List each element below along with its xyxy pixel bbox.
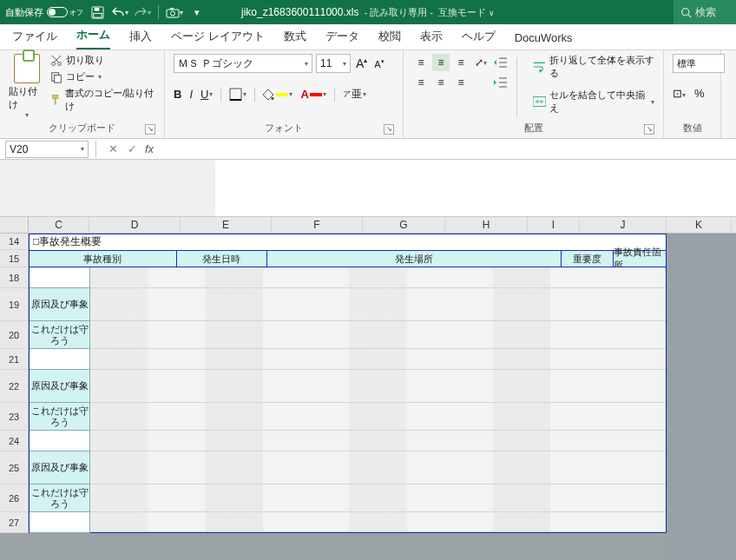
group-alignment: ≡≡≡ ≡≡≡ ⤢▾ 折り返して全体を表示する	[404, 50, 664, 138]
grow-font-icon[interactable]: A▴	[354, 56, 369, 70]
name-box[interactable]: V20▾	[5, 141, 89, 158]
save-icon[interactable]	[89, 3, 106, 21]
tab-home[interactable]: ホーム	[76, 27, 110, 49]
row-label: 原因及び事象	[30, 370, 90, 403]
window-title: jiko_z1683600111000.xls - 読み取り専用 - 互換モード…	[241, 6, 495, 19]
ribbon: 貼り付け ▾ 切り取り コピー ▾ 書式のコピー/貼り付け クリップボード↘	[0, 50, 736, 139]
font-name-combo[interactable]: ＭＳ Ｐゴシック▾	[174, 54, 312, 73]
tab-insert[interactable]: 挿入	[129, 29, 152, 49]
col-header[interactable]: H	[445, 217, 528, 233]
paste-button[interactable]: 貼り付け ▾	[9, 54, 45, 120]
tab-review[interactable]: 校閲	[378, 29, 401, 49]
group-number: 標準 ⊡▾ % 数値	[664, 50, 721, 138]
font-color-button[interactable]: A▾	[300, 88, 325, 101]
row-label: これだけは守ろう	[30, 403, 90, 431]
select-all-corner[interactable]	[0, 217, 29, 233]
orientation-button[interactable]: ⤢▾	[475, 54, 487, 71]
decrease-indent-button[interactable]	[492, 54, 509, 71]
redacted-cell	[90, 403, 666, 431]
cancel-icon[interactable]: ✕	[103, 142, 122, 155]
redacted-cell	[90, 349, 666, 370]
row-header[interactable]: 20	[0, 321, 29, 349]
row-header[interactable]: 27	[0, 512, 29, 533]
phonetic-button[interactable]: ア亜▾	[343, 87, 366, 102]
col-header[interactable]: E	[181, 217, 272, 233]
col-header[interactable]: C	[29, 217, 89, 233]
row-header[interactable]: 26	[0, 484, 29, 512]
font-launcher-icon[interactable]: ↘	[384, 124, 394, 135]
align-grid[interactable]: ≡≡≡ ≡≡≡	[412, 54, 470, 91]
svg-point-8	[52, 62, 56, 65]
redacted-cell	[90, 451, 666, 484]
title-bar: 自動保存 オフ ▾ ▾ ▾ ▾ jiko_z1683600111000.xls …	[0, 0, 736, 24]
number-format-combo[interactable]: 標準	[673, 54, 725, 73]
shrink-font-icon[interactable]: A▾	[372, 58, 385, 69]
row-header[interactable]: 15	[0, 250, 29, 267]
svg-rect-11	[55, 75, 62, 82]
copy-button[interactable]: コピー ▾	[50, 70, 155, 83]
row-header[interactable]: 19	[0, 288, 29, 321]
col-header[interactable]: F	[272, 217, 363, 233]
undo-icon[interactable]: ▾	[111, 3, 128, 21]
autosave-toggle[interactable]: 自動保存 オフ	[5, 6, 83, 19]
qat-customize-icon[interactable]: ▾	[188, 3, 206, 21]
fill-color-button[interactable]: ▾	[263, 89, 292, 101]
row-header[interactable]: 25	[0, 451, 29, 484]
align-launcher-icon[interactable]: ↘	[644, 124, 654, 135]
row-header[interactable]: 18	[0, 267, 29, 288]
row-header[interactable]: 23	[0, 403, 29, 431]
tab-data[interactable]: データ	[325, 29, 359, 49]
formula-bar-row: V20▾ ✕ ✓ fx	[0, 139, 736, 160]
wrap-text-button[interactable]: 折り返して全体を表示する	[533, 54, 654, 80]
redacted-cell	[90, 267, 666, 288]
merge-center-button[interactable]: セルを結合して中央揃え ▾	[533, 89, 654, 115]
svg-point-6	[682, 8, 689, 15]
row-label	[30, 512, 90, 533]
tab-help[interactable]: ヘルプ	[462, 29, 496, 49]
formula-bar-expanded[interactable]	[0, 160, 736, 217]
col-header[interactable]: D	[89, 217, 181, 233]
redacted-cell	[90, 288, 666, 321]
tab-docuworks[interactable]: DocuWorks	[515, 31, 573, 49]
svg-rect-12	[53, 95, 58, 98]
col-header[interactable]: G	[363, 217, 445, 233]
bold-button[interactable]: B	[174, 88, 181, 101]
col-header[interactable]: I	[528, 217, 580, 233]
font-size-combo[interactable]: 11▾	[316, 54, 351, 73]
italic-button[interactable]: I	[189, 88, 193, 101]
cut-button[interactable]: 切り取り	[50, 54, 155, 67]
underline-button[interactable]: U▾	[200, 88, 213, 101]
border-button[interactable]: ▾	[229, 88, 246, 101]
svg-line-7	[688, 14, 691, 16]
accounting-format-button[interactable]: ⊡▾	[673, 87, 686, 100]
increase-indent-button[interactable]	[492, 74, 509, 91]
clipboard-launcher-icon[interactable]: ↘	[145, 124, 155, 135]
col-header[interactable]: K	[667, 217, 732, 233]
row-header[interactable]: 14	[0, 234, 29, 250]
redo-icon[interactable]: ▾	[134, 3, 151, 21]
row-header[interactable]: 24	[0, 431, 29, 451]
ribbon-tabs: ファイル ホーム 挿入 ページ レイアウト 数式 データ 校閲 表示 ヘルプ D…	[0, 24, 736, 50]
format-painter-button[interactable]: 書式のコピー/貼り付け	[50, 87, 155, 113]
row-label	[30, 349, 90, 370]
worksheet-grid[interactable]: CDEFGHIJK 141518192021222324252627 □事故発生…	[0, 217, 736, 560]
svg-rect-13	[55, 98, 56, 104]
tab-file[interactable]: ファイル	[12, 29, 57, 49]
redacted-cell	[90, 370, 666, 403]
row-header[interactable]: 21	[0, 349, 29, 370]
search-box[interactable]: 検索	[674, 0, 736, 24]
row-header[interactable]: 22	[0, 370, 29, 403]
row-label: 原因及び事象	[30, 288, 90, 321]
percent-button[interactable]: %	[694, 87, 705, 100]
col-header[interactable]: J	[580, 217, 667, 233]
tab-page-layout[interactable]: ページ レイアウト	[171, 29, 265, 49]
camera-icon[interactable]: ▾	[166, 3, 183, 21]
table-header: 発生日時	[177, 251, 268, 267]
row-label: これだけは守ろう	[30, 484, 90, 512]
fx-icon[interactable]: fx	[145, 142, 154, 155]
table-header: 重要度	[562, 251, 614, 267]
tab-view[interactable]: 表示	[420, 29, 443, 49]
tab-formulas[interactable]: 数式	[284, 29, 306, 49]
row-label	[30, 431, 90, 451]
enter-icon[interactable]: ✓	[122, 142, 141, 155]
